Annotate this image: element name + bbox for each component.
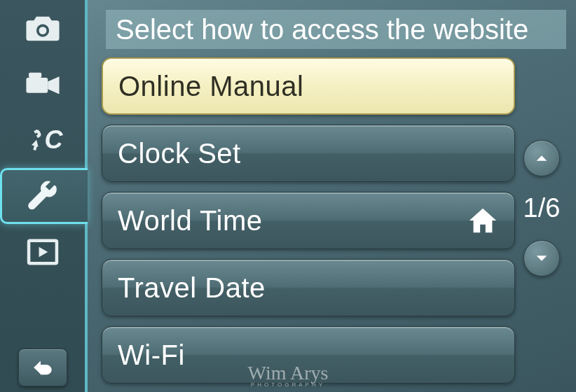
svg-rect-2 xyxy=(26,78,48,93)
tab-back-row xyxy=(0,343,85,392)
scroll-down-button[interactable] xyxy=(523,240,560,276)
menu-item-label: Wi-Fi xyxy=(118,340,185,371)
menu-item-wifi[interactable]: Wi-Fi xyxy=(102,326,515,384)
menu-item-label: Clock Set xyxy=(118,138,241,169)
sidebar-tabs: C xyxy=(0,0,88,392)
menu-item-travel-date[interactable]: Travel Date xyxy=(102,259,515,316)
main-panel: Select how to access the website Online … xyxy=(90,0,576,392)
tab-video[interactable] xyxy=(0,56,85,112)
tab-camera[interactable] xyxy=(0,0,85,56)
custom-fc-icon: C xyxy=(22,125,63,155)
home-icon xyxy=(467,204,499,237)
tab-custom[interactable]: C xyxy=(0,112,85,168)
menu-item-world-time[interactable]: World Time xyxy=(102,192,515,249)
back-arrow-icon xyxy=(29,354,56,381)
camera-icon xyxy=(22,8,63,48)
menu-item-label: World Time xyxy=(118,205,263,237)
chevron-up-icon xyxy=(534,150,549,166)
page-title: Select how to access the website xyxy=(106,10,566,49)
back-button[interactable] xyxy=(18,349,67,386)
menu-item-label: Online Manual xyxy=(118,71,303,102)
playback-icon xyxy=(22,232,63,272)
page-title-text: Select how to access the website xyxy=(116,14,528,46)
chevron-down-icon xyxy=(534,251,549,266)
wrench-icon xyxy=(25,176,65,216)
page-indicator: 1/6 xyxy=(523,193,561,223)
tab-setup[interactable] xyxy=(0,168,88,224)
menu-list: Online Manual Clock Set World Time Trave… xyxy=(102,57,515,384)
menu-item-label: Travel Date xyxy=(118,272,266,304)
svg-rect-3 xyxy=(29,73,41,78)
menu-item-online-manual[interactable]: Online Manual xyxy=(102,57,515,115)
svg-point-1 xyxy=(39,27,46,34)
video-icon xyxy=(22,64,63,104)
scroll-up-button[interactable] xyxy=(523,140,560,176)
scroll-controls: 1/6 xyxy=(517,140,566,276)
menu-item-clock-set[interactable]: Clock Set xyxy=(102,125,515,182)
tab-playback[interactable] xyxy=(0,224,85,280)
page-indicator-text: 1/6 xyxy=(523,193,561,223)
tab-custom-letter: C xyxy=(45,125,63,155)
